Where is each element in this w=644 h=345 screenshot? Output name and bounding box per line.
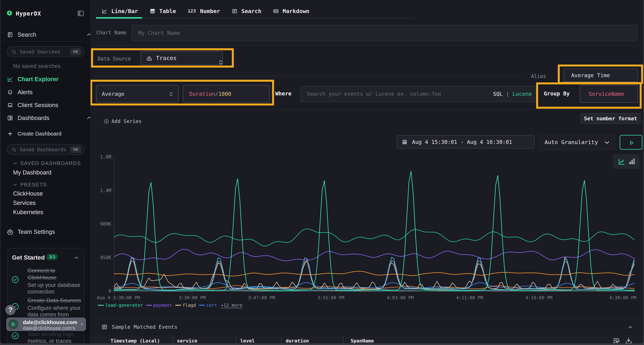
divider: [92, 45, 642, 45]
sidebar-item-services[interactable]: Services: [13, 199, 90, 207]
sidebar-item-search[interactable]: Search: [0, 30, 90, 40]
chart-type-tabs: Line/Bar Table 123 Number Search Markdow…: [96, 3, 315, 18]
column-header[interactable]: duration: [286, 338, 309, 344]
svg-text:Aug 4 3:30:00 PM: Aug 4 3:30:00 PM: [97, 295, 140, 300]
get-started-progress-badge: 3/3: [46, 254, 58, 260]
markdown-icon: [273, 8, 279, 14]
sidebar: HyperDX Search Saved Searches ⌘K No save…: [0, 0, 90, 344]
table-icon: [150, 8, 155, 14]
svg-text:4:03:00 PM: 4:03:00 PM: [387, 295, 414, 300]
sidebar-collapse-icon[interactable]: [77, 10, 84, 17]
chevron-right-icon: [80, 322, 84, 327]
check-circle-icon: [11, 332, 19, 340]
column-resize-handle[interactable]: [236, 338, 237, 344]
tabs-baseline: [96, 18, 415, 18]
svg-text:4:11:00 PM: 4:11:00 PM: [456, 295, 483, 300]
main-content: Line/Bar Table 123 Number Search Markdow…: [90, 0, 643, 344]
sidebar-item-alerts[interactable]: Alerts: [0, 87, 90, 97]
annotation-box-data-source: [91, 48, 234, 67]
sidebar-item-chart-explorer[interactable]: Chart Explorer: [0, 74, 90, 84]
sidebar-item-dashboards[interactable]: Dashboards: [0, 113, 90, 123]
chevron-down-icon: [13, 182, 18, 187]
tab-line-bar[interactable]: Line/Bar: [96, 3, 144, 18]
svg-text:1.8M: 1.8M: [100, 154, 111, 160]
legend-item[interactable]: payment: [146, 303, 172, 308]
where-label: Where: [275, 90, 292, 97]
doc-list-icon: [102, 324, 108, 330]
no-saved-searches-text: No saved searches: [13, 63, 60, 69]
tab-table[interactable]: Table: [144, 3, 182, 18]
events-table-header: Timestamp (Local) service level duration…: [90, 335, 643, 344]
column-resize-handle[interactable]: [281, 338, 282, 344]
cmdk-shortcut: ⌘K: [70, 48, 81, 55]
annotation-box-series: [90, 80, 274, 105]
column-header[interactable]: level: [240, 338, 255, 344]
chart-name-input[interactable]: My Chart Name: [132, 25, 638, 41]
timeseries-chart[interactable]: 0450K900K1.4M1.8MAug 4 3:30:00 PM3:39:00…: [90, 153, 643, 300]
legend-more-link[interactable]: +12 more: [221, 303, 242, 308]
svg-text:1.4M: 1.4M: [100, 188, 111, 193]
svg-text:3:47:00 PM: 3:47:00 PM: [248, 295, 275, 300]
plus-circle-icon: [104, 118, 109, 124]
chevron-up-icon[interactable]: [74, 255, 79, 259]
date-range-input[interactable]: Aug 4 15:30:01 - Aug 4 16:30:01: [396, 135, 534, 149]
sidebar-item-my-dashboard[interactable]: My Dashboard: [13, 168, 90, 177]
create-dashboard-button[interactable]: Create Dashboard: [0, 129, 90, 138]
tab-markdown[interactable]: Markdown: [267, 3, 315, 18]
active-tab-underline: [96, 17, 142, 18]
user-profile-button[interactable]: D dale@clickhouse.com dale@clickhouse.co…: [6, 318, 86, 331]
group-saved-dashboards[interactable]: SAVED DASHBOARDS: [0, 159, 90, 167]
saved-dashboards-input[interactable]: Saved Dashboards ⌘K: [7, 144, 84, 155]
set-number-format-button[interactable]: Set number format: [580, 113, 640, 124]
legend-item[interactable]: cart: [199, 303, 217, 308]
legend-item[interactable]: flagd: [175, 303, 196, 308]
help-button[interactable]: ?: [5, 305, 16, 315]
download-icon[interactable]: [625, 337, 632, 344]
annotation-box-group-by: [536, 82, 642, 109]
sidebar-divider: [0, 41, 90, 42]
column-header[interactable]: service: [177, 338, 197, 344]
granularity-select[interactable]: Auto Granularity: [540, 134, 615, 150]
sample-events-header[interactable]: Sample Matched Events: [102, 324, 178, 330]
saved-searches-input[interactable]: Saved Searches ⌘K: [7, 46, 84, 57]
wrap-text-icon[interactable]: [612, 337, 620, 344]
get-started-title: Get Started: [12, 254, 45, 261]
column-resize-handle[interactable]: [172, 338, 173, 344]
lucene-mode-toggle[interactable]: Lucene: [512, 91, 532, 97]
chart-legend: load-generator payment flagd cart +12 mo…: [98, 303, 242, 308]
column-header[interactable]: Timestamp (Local): [110, 338, 160, 344]
divider: [92, 76, 522, 76]
tab-number[interactable]: 123 Number: [182, 3, 226, 18]
chevron-up-icon[interactable]: [80, 115, 84, 120]
chevron-up-icon[interactable]: [80, 32, 84, 37]
tab-search[interactable]: Search: [226, 3, 267, 18]
avatar: D: [8, 319, 18, 329]
annotation-box-alias: [558, 64, 643, 84]
chevron-down-icon: [604, 139, 610, 145]
chevron-down-icon: [13, 161, 18, 166]
svg-text:4:19:00 PM: 4:19:00 PM: [526, 295, 552, 300]
group-presets[interactable]: PRESETS: [0, 181, 90, 189]
add-series-button[interactable]: Add Series: [104, 118, 142, 124]
123-icon: 123: [188, 8, 196, 13]
column-resize-handle[interactable]: [343, 338, 344, 344]
chevron-up-icon[interactable]: [627, 324, 634, 329]
hyperdx-logo-icon: [6, 10, 12, 17]
where-search-input[interactable]: Search your events w/ Lucene ex. column:…: [300, 86, 538, 102]
legend-item[interactable]: load-generator: [98, 303, 143, 308]
sidebar-item-team-settings[interactable]: Team Settings: [0, 227, 90, 237]
check-circle-icon: [11, 276, 19, 284]
doc-list-icon: [232, 8, 238, 14]
sql-mode-toggle[interactable]: SQL: [493, 91, 503, 97]
line-chart-icon: [102, 8, 107, 14]
sample-events-panel: Sample Matched Events Timestamp (Local) …: [90, 318, 643, 344]
sidebar-item-client-sessions[interactable]: Client Sessions: [0, 100, 90, 110]
divider: [92, 109, 642, 110]
sidebar-item-kubernetes[interactable]: Kubernetes: [13, 208, 90, 217]
column-header[interactable]: SpanName: [350, 338, 374, 344]
sidebar-item-clickhouse[interactable]: ClickHouse: [13, 189, 90, 198]
svg-text:3:39:00 PM: 3:39:00 PM: [179, 295, 206, 300]
run-query-button[interactable]: [620, 135, 642, 150]
svg-text:0: 0: [108, 288, 111, 294]
play-icon: [628, 140, 635, 146]
